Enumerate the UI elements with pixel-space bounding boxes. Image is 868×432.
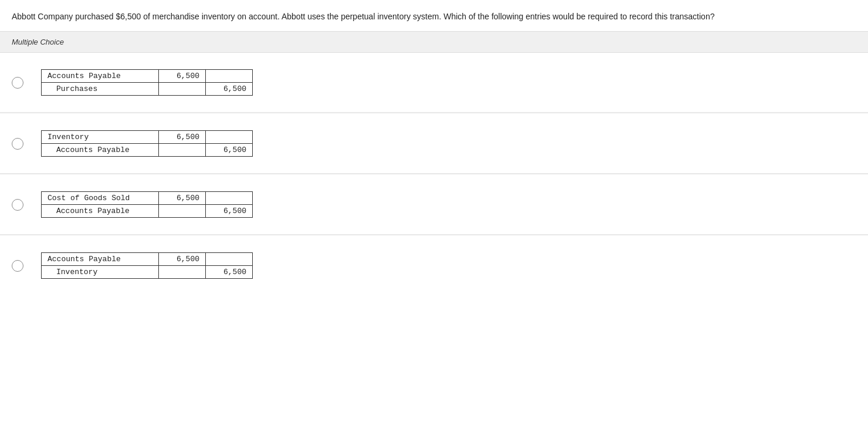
account-cell-2-1: Accounts Payable: [42, 205, 159, 218]
credit-cell-1-1: 6,500: [206, 144, 253, 157]
debit-cell-0-1: [159, 83, 206, 96]
credit-cell-1-0: [206, 131, 253, 144]
journal-table-1: Inventory6,500Accounts Payable6,500: [41, 130, 253, 157]
options-container: Accounts Payable6,500Purchases6,500Inven…: [0, 53, 868, 295]
radio-button-3[interactable]: [12, 260, 23, 272]
radio-button-1[interactable]: [12, 138, 23, 150]
journal-table-2: Cost of Goods Sold6,500Accounts Payable6…: [41, 191, 253, 218]
account-cell-3-0: Accounts Payable: [42, 253, 159, 266]
radio-button-0[interactable]: [12, 77, 23, 89]
debit-cell-3-0: 6,500: [159, 253, 206, 266]
question-text: Abbott Company purchased $6,500 of merch…: [0, 0, 845, 31]
journal-table-3: Accounts Payable6,500Inventory6,500: [41, 252, 253, 279]
option-row-2[interactable]: Cost of Goods Sold6,500Accounts Payable6…: [0, 175, 868, 235]
debit-cell-2-1: [159, 205, 206, 218]
debit-cell-1-1: [159, 144, 206, 157]
credit-cell-0-1: 6,500: [206, 83, 253, 96]
multiple-choice-label: Multiple Choice: [0, 31, 868, 53]
account-cell-0-0: Accounts Payable: [42, 70, 159, 83]
account-cell-0-1: Purchases: [42, 83, 159, 96]
credit-cell-3-0: [206, 253, 253, 266]
credit-cell-0-0: [206, 70, 253, 83]
account-cell-3-1: Inventory: [42, 266, 159, 279]
account-cell-2-0: Cost of Goods Sold: [42, 192, 159, 205]
option-row-1[interactable]: Inventory6,500Accounts Payable6,500: [0, 114, 868, 174]
journal-table-0: Accounts Payable6,500Purchases6,500: [41, 69, 253, 96]
credit-cell-2-1: 6,500: [206, 205, 253, 218]
radio-button-2[interactable]: [12, 199, 23, 211]
account-cell-1-0: Inventory: [42, 131, 159, 144]
debit-cell-0-0: 6,500: [159, 70, 206, 83]
credit-cell-2-0: [206, 192, 253, 205]
option-row-3[interactable]: Accounts Payable6,500Inventory6,500: [0, 236, 868, 295]
debit-cell-2-0: 6,500: [159, 192, 206, 205]
option-row-0[interactable]: Accounts Payable6,500Purchases6,500: [0, 53, 868, 113]
debit-cell-3-1: [159, 266, 206, 279]
account-cell-1-1: Accounts Payable: [42, 144, 159, 157]
credit-cell-3-1: 6,500: [206, 266, 253, 279]
debit-cell-1-0: 6,500: [159, 131, 206, 144]
